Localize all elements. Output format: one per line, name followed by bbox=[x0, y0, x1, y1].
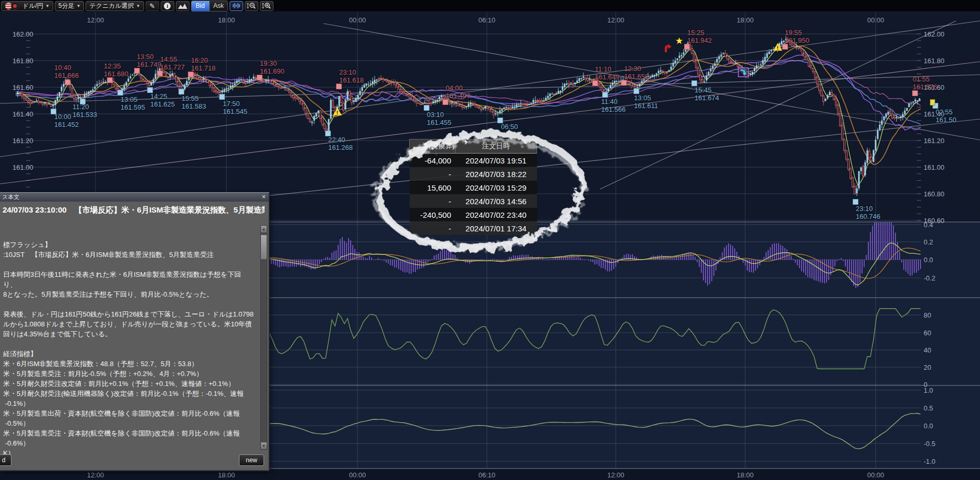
indicator-tick-label: 20 bbox=[924, 364, 931, 371]
order-row[interactable]: -2024/07/03 14:56 bbox=[410, 194, 537, 208]
indicator-tick-label: -0.2 bbox=[924, 274, 935, 282]
sell-order-marker bbox=[684, 44, 690, 50]
scroll-down-icon[interactable]: ▼ bbox=[261, 442, 267, 449]
sell-order-marker bbox=[912, 90, 918, 96]
currency-pair-select[interactable]: ドル/円 ▼ bbox=[1, 1, 53, 11]
buy-order-marker bbox=[178, 89, 184, 95]
indicator-tick-label: 40 bbox=[924, 346, 931, 354]
order-row[interactable]: -64,0002024/07/03 19:51 bbox=[410, 154, 537, 168]
cyan-down-arrow-box-icon bbox=[738, 67, 749, 77]
time-tick-label: 00:00 bbox=[867, 471, 885, 479]
order-profit-cell: -64,000 bbox=[410, 154, 456, 168]
time-tick-label: 00:00 bbox=[867, 16, 885, 24]
order-marker-label: 14:25 161.625 bbox=[150, 92, 175, 108]
current-price-tag-icon bbox=[930, 99, 935, 106]
indicator-tick-label: 60 bbox=[924, 329, 931, 337]
order-profit-cell: 15,600 bbox=[410, 181, 456, 194]
news-scrollbar[interactable]: ▲ ▼ bbox=[260, 225, 267, 450]
price-tick-label: 162.00 bbox=[13, 30, 33, 38]
new-news-button[interactable]: new bbox=[239, 454, 264, 466]
indicator-tick-label: 1.0 bbox=[924, 387, 933, 394]
buy-order-marker bbox=[117, 90, 123, 96]
order-datetime-cell: 2024/07/01 17:34 bbox=[456, 221, 537, 235]
price-tick-label: 161.80 bbox=[924, 57, 945, 65]
buy-order-marker bbox=[424, 105, 429, 111]
price-tick-label: 161.20 bbox=[13, 137, 33, 145]
trading-app-window: ドル/円 ▼ 5分足 ▼ テクニカル選択 ▼ ✎ i Bid Ask bbox=[0, 0, 980, 480]
order-datetime-cell: 2024/07/03 18:22 bbox=[456, 167, 537, 181]
sell-order-marker bbox=[107, 77, 113, 83]
sell-order-marker bbox=[336, 84, 342, 89]
pair-label: ドル/円 bbox=[22, 2, 43, 10]
time-tick-label: 18:00 bbox=[737, 471, 754, 479]
zoom-out-button[interactable] bbox=[245, 1, 258, 11]
order-marker-label: 15:25 161.942 bbox=[687, 29, 712, 44]
chevron-down-icon: ▼ bbox=[136, 4, 140, 8]
time-tick-label: 18:00 bbox=[737, 16, 754, 24]
scrollbar-thumb[interactable] bbox=[261, 235, 267, 259]
order-marker-label: 03:10 161.455 bbox=[427, 111, 451, 126]
indicator-tick-label: 80 bbox=[924, 311, 931, 319]
buy-order-marker bbox=[219, 94, 225, 100]
star-icon: ★ bbox=[675, 36, 683, 46]
orders-column-header[interactable]: 益(円換算) bbox=[410, 139, 456, 154]
ask-button[interactable]: Ask bbox=[209, 1, 228, 11]
time-tick-label: 12:00 bbox=[87, 16, 104, 24]
order-marker-label: 16:20 161.718 bbox=[191, 56, 216, 72]
order-marker-label: 17:50 161.545 bbox=[223, 100, 247, 115]
order-row[interactable]: -2024/07/01 17:34 bbox=[410, 221, 537, 235]
bid-button[interactable]: Bid bbox=[192, 1, 209, 11]
order-marker-label: 13:05 161.595 bbox=[121, 96, 145, 111]
sell-order-marker bbox=[157, 71, 163, 76]
indicator-tick-label: 0.0 bbox=[924, 256, 933, 264]
order-marker-label: 23:10 161.618 bbox=[339, 68, 364, 84]
indicator-tick-label: 0.4 bbox=[924, 221, 933, 229]
sell-order-marker bbox=[188, 72, 194, 77]
chart-style-button[interactable] bbox=[176, 1, 189, 11]
order-marker-label: 11:40 161.566 bbox=[601, 98, 626, 113]
scroll-up-icon[interactable]: ▲ bbox=[261, 226, 267, 232]
zoom-in-button[interactable] bbox=[260, 1, 273, 11]
draw-tool-button[interactable]: ✎ bbox=[146, 1, 159, 11]
sell-order-marker bbox=[134, 68, 140, 74]
buy-order-marker bbox=[853, 199, 858, 205]
news-popup-title: ス本文 bbox=[2, 193, 19, 201]
price-tick-label: 161.60 bbox=[13, 84, 33, 91]
news-popup-titlebar[interactable]: ス本文 × bbox=[0, 193, 269, 202]
red-up-arrow-icon bbox=[664, 44, 673, 53]
order-row[interactable]: -240,5002024/07/02 23:40 bbox=[410, 208, 537, 221]
order-marker-label: 19:30 161.690 bbox=[260, 60, 284, 75]
sell-order-marker bbox=[257, 75, 262, 80]
order-marker-label: 13:50 161.749 bbox=[137, 53, 161, 68]
order-row[interactable]: -2024/07/03 18:22 bbox=[410, 167, 537, 181]
technical-select-button[interactable]: テクニカル選択 ▼ bbox=[86, 1, 144, 11]
buy-order-marker bbox=[602, 92, 608, 98]
order-profit-cell: - bbox=[410, 167, 456, 181]
indicator-tick-label: -0.5 bbox=[924, 440, 935, 448]
timeframe-select[interactable]: 5分足 ▼ bbox=[55, 1, 85, 11]
zoom-out-icon bbox=[246, 2, 257, 9]
volume-display-button[interactable] bbox=[230, 1, 243, 11]
info-button[interactable]: i bbox=[161, 1, 174, 11]
old-news-button[interactable]: d bbox=[0, 454, 11, 466]
orders-table[interactable]: 益(円換算)注文日時 -64,0002024/07/03 19:51-2024/… bbox=[409, 139, 537, 235]
order-marker-label: 02:55 161.50 bbox=[936, 108, 957, 124]
order-row[interactable]: 15,6002024/07/03 15:29 bbox=[410, 181, 537, 194]
time-tick-label: 18:00 bbox=[218, 16, 235, 24]
time-tick-label: 12:00 bbox=[607, 16, 625, 24]
order-marker-label: 23:10 160.746 bbox=[856, 205, 880, 220]
buy-order-marker bbox=[691, 80, 697, 86]
order-marker-label: 01:55 161.576 bbox=[913, 75, 937, 91]
indicator-tick-label: 0.5 bbox=[924, 404, 933, 412]
sell-order-marker bbox=[443, 99, 448, 105]
price-tick-label: 162.00 bbox=[924, 30, 945, 38]
bid-ask-toggle: Bid Ask bbox=[191, 1, 228, 11]
order-datetime-cell: 2024/07/03 14:56 bbox=[456, 194, 537, 208]
price-tick-label: 160.80 bbox=[924, 190, 945, 198]
price-tick-label: 161.00 bbox=[924, 163, 945, 171]
close-icon[interactable]: × bbox=[262, 193, 266, 201]
pair-flags-icon bbox=[5, 2, 20, 10]
news-body-text: 標フラッシュ】 :10JST 【市場反応】米・6月ISM非製造業景況指数、5月製… bbox=[3, 240, 254, 458]
chevron-down-icon: ▼ bbox=[45, 4, 50, 8]
orders-column-header[interactable]: 注文日時 bbox=[456, 139, 537, 154]
